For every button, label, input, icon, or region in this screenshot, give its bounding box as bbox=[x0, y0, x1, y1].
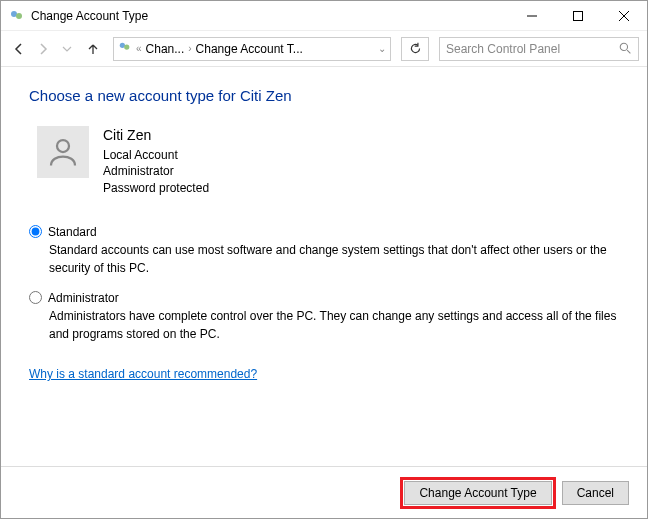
forward-button[interactable] bbox=[33, 39, 53, 59]
standard-description: Standard accounts can use most software … bbox=[49, 241, 619, 277]
user-info: Citi Zen Local Account Administrator Pas… bbox=[37, 126, 619, 197]
svg-point-1 bbox=[16, 13, 22, 19]
search-icon bbox=[619, 42, 632, 55]
standard-label: Standard bbox=[48, 225, 97, 239]
close-button[interactable] bbox=[601, 1, 647, 30]
svg-line-9 bbox=[627, 50, 630, 53]
administrator-radio[interactable] bbox=[29, 291, 42, 304]
breadcrumb-sep-icon: « bbox=[136, 43, 142, 54]
back-button[interactable] bbox=[9, 39, 29, 59]
help-link[interactable]: Why is a standard account recommended? bbox=[29, 367, 257, 381]
user-password-status: Password protected bbox=[103, 180, 209, 197]
app-icon bbox=[9, 8, 25, 24]
minimize-button[interactable] bbox=[509, 1, 555, 30]
page-title: Choose a new account type for Citi Zen bbox=[29, 87, 619, 104]
svg-point-10 bbox=[57, 140, 69, 152]
avatar bbox=[37, 126, 89, 178]
search-input[interactable]: Search Control Panel bbox=[439, 37, 639, 61]
svg-point-7 bbox=[124, 44, 129, 49]
administrator-label: Administrator bbox=[48, 291, 119, 305]
option-administrator: Administrator Administrators have comple… bbox=[29, 291, 619, 343]
user-account-type: Local Account bbox=[103, 147, 209, 164]
chevron-right-icon: › bbox=[188, 43, 191, 54]
address-bar[interactable]: « Chan... › Change Account T... ⌄ bbox=[113, 37, 391, 61]
up-button[interactable] bbox=[83, 39, 103, 59]
maximize-button[interactable] bbox=[555, 1, 601, 30]
option-standard: Standard Standard accounts can use most … bbox=[29, 225, 619, 277]
recent-dropdown[interactable] bbox=[57, 39, 77, 59]
user-role: Administrator bbox=[103, 163, 209, 180]
cancel-button[interactable]: Cancel bbox=[562, 481, 629, 505]
change-account-type-button[interactable]: Change Account Type bbox=[404, 481, 551, 505]
standard-radio[interactable] bbox=[29, 225, 42, 238]
chevron-down-icon[interactable]: ⌄ bbox=[378, 43, 386, 54]
window-title: Change Account Type bbox=[31, 9, 509, 23]
address-icon bbox=[118, 40, 132, 57]
user-name: Citi Zen bbox=[103, 126, 209, 146]
footer: Change Account Type Cancel bbox=[1, 466, 647, 518]
svg-rect-3 bbox=[574, 11, 583, 20]
breadcrumb-item[interactable]: Chan... bbox=[146, 42, 185, 56]
breadcrumb-item[interactable]: Change Account T... bbox=[196, 42, 303, 56]
svg-point-8 bbox=[620, 43, 627, 50]
navigation-bar: « Chan... › Change Account T... ⌄ Search… bbox=[1, 31, 647, 67]
administrator-description: Administrators have complete control ove… bbox=[49, 307, 619, 343]
search-placeholder: Search Control Panel bbox=[446, 42, 619, 56]
titlebar: Change Account Type bbox=[1, 1, 647, 31]
refresh-button[interactable] bbox=[401, 37, 429, 61]
